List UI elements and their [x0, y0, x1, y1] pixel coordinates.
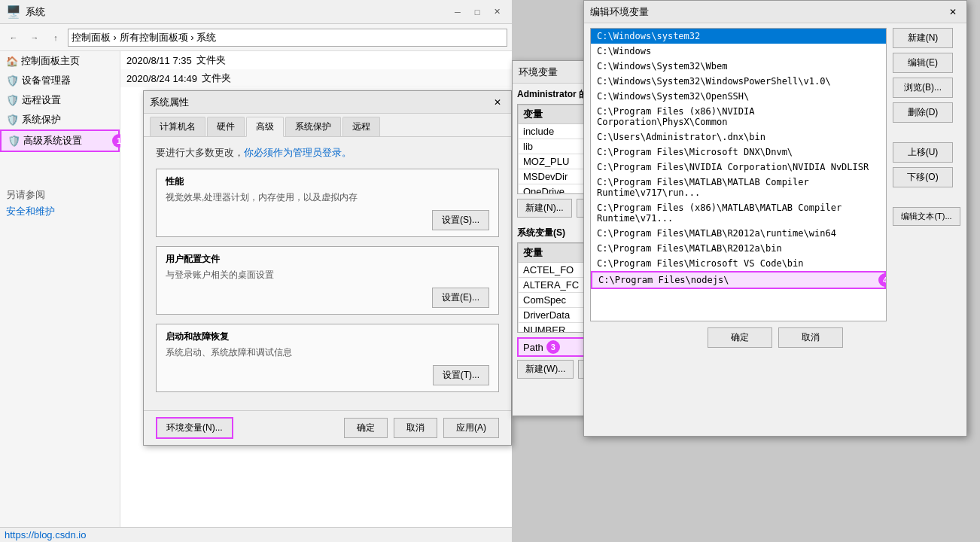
close-button[interactable]: ✕	[488, 3, 506, 21]
maximize-button[interactable]: □	[468, 3, 486, 21]
also-see-label: 另请参阅	[6, 188, 114, 202]
edit-env-delete-button[interactable]: 删除(D)	[893, 102, 953, 123]
sysprop-title: 系统属性	[150, 96, 189, 109]
edit-env-path-list[interactable]: C:\Windows\system32C:\WindowsC:\Windows\…	[590, 28, 887, 321]
edit-env-edit-text-button[interactable]: 编辑文本(T)...	[893, 207, 960, 226]
edit-env-action-buttons: 新建(N) 编辑(E) 浏览(B)... 删除(D) 上移(U) 下移(O) 编…	[893, 28, 960, 321]
edit-env-body: C:\Windows\system32C:\WindowsC:\Windows\…	[584, 23, 966, 321]
sysprop-content: 要进行大多数更改，你必须作为管理员登录。 性能 视觉效果,处理器计划，内存使用，…	[144, 137, 511, 410]
path-list-item[interactable]: C:\Windows\System32\OpenSSH\	[591, 89, 886, 104]
userprofile-title: 用户配置文件	[166, 253, 489, 266]
tab-system-protection[interactable]: 系统保护	[285, 117, 341, 136]
path-list-item[interactable]: C:\Users\Administrator\.dnx\bin	[591, 129, 886, 145]
badge-3: 3	[546, 340, 560, 354]
edit-env-edit-button[interactable]: 编辑(E)	[893, 53, 953, 73]
sysprop-ok-button[interactable]: 确定	[344, 418, 388, 438]
sidebar-item-remote-settings[interactable]: 🛡️ 远程设置	[0, 90, 120, 110]
sysprop-titlebar: 系统属性 ✕	[144, 91, 511, 114]
startup-settings-button[interactable]: 设置(T)...	[433, 365, 489, 385]
perf-settings-button[interactable]: 设置(S)...	[432, 210, 489, 230]
sys-var-name: ACTEL_FO	[519, 263, 584, 278]
path-list-item[interactable]: C:\Program Files\NVIDIA Corporation\NVID…	[591, 160, 886, 175]
edit-env-move-down-button[interactable]: 下移(O)	[893, 167, 953, 187]
startup-title: 启动和故障恢复	[166, 330, 489, 343]
forward-button[interactable]: →	[26, 29, 44, 47]
warn-link[interactable]: 你必须作为管理员登录。	[244, 147, 352, 158]
env-variables-button[interactable]: 环境变量(N)...	[156, 417, 233, 439]
warn-text: 要进行大多数更改，你必须作为管理员登录。	[156, 146, 499, 160]
path-list-item[interactable]: C:\Program Files\MATLAB\MATLAB Compiler …	[591, 175, 886, 200]
edit-env-footer: 确定 取消	[584, 321, 966, 354]
home-icon: 🏠	[6, 56, 18, 67]
up-button[interactable]: ↑	[47, 29, 65, 47]
user-profile-section: 用户配置文件 与登录账户相关的桌面设置 设置(E)...	[156, 246, 499, 315]
tab-advanced[interactable]: 高级	[246, 117, 284, 137]
perf-title: 性能	[166, 175, 489, 188]
sysprop-close-button[interactable]: ✕	[490, 95, 505, 110]
startup-section: 启动和故障恢复 系统启动、系统故障和调试信息 设置(T)...	[156, 324, 499, 392]
edit-env-titlebar: 编辑环境变量 ✕	[584, 1, 966, 23]
sys-var-col-name: 变量	[519, 244, 584, 263]
edit-env-browse-button[interactable]: 浏览(B)...	[893, 78, 953, 98]
file-type-2: 文件夹	[202, 72, 231, 85]
sidebar-label-advanced: 高级系统设置	[23, 134, 82, 148]
breadcrumb-text: 控制面板 › 所有控制面板项 › 系统	[72, 31, 216, 44]
shield-icon-3: 🛡️	[6, 114, 19, 126]
edit-env-ok-button[interactable]: 确定	[708, 327, 772, 348]
sys-var-name: DriverData	[519, 308, 584, 323]
security-link[interactable]: 安全和维护	[6, 205, 114, 218]
shield-icon-4: 🛡️	[8, 135, 20, 147]
breadcrumb[interactable]: 控制面板 › 所有控制面板项 › 系统	[68, 29, 507, 47]
path-list-item[interactable]: C:\Program Files (x86)\NVIDIA Corporatio…	[591, 104, 886, 129]
edit-env-title: 编辑环境变量	[590, 5, 649, 19]
sidebar-item-system-protection[interactable]: 🛡️ 系统保护	[0, 110, 120, 129]
sysprop-apply-button[interactable]: 应用(A)	[443, 418, 499, 438]
sidebar-label-home: 控制面板主页	[21, 54, 80, 68]
path-label: Path	[523, 342, 543, 353]
tab-remote[interactable]: 远程	[342, 117, 380, 136]
perf-desc: 视觉效果,处理器计划，内存使用，以及虚拟内存	[166, 191, 489, 204]
file-date-2: 2020/8/24 14:49	[126, 73, 197, 84]
path-list-item[interactable]: C:\Program Files\nodejs\4	[591, 271, 886, 289]
sidebar-item-advanced-settings[interactable]: 🛡️ 高级系统设置 1	[0, 129, 120, 152]
explorer-title: 系统	[26, 5, 45, 19]
sidebar-item-control-panel-home[interactable]: 🏠 控制面板主页	[0, 51, 120, 71]
userprofile-desc: 与登录账户相关的桌面设置	[166, 269, 489, 282]
left-panel: 🏠 控制面板主页 🛡️ 设备管理器 🛡️ 远程设置 🛡️ 系统保护 🛡️ 高级系…	[0, 51, 120, 542]
user-new-button[interactable]: 新建(N)...	[517, 199, 572, 218]
sysprop-tabs: 计算机名 硬件 高级 系统保护 远程	[144, 114, 511, 137]
file-date-1: 2020/8/11 7:35	[126, 55, 192, 66]
path-list-item[interactable]: C:\Windows\System32\WindowsPowerShell\v1…	[591, 74, 886, 89]
sidebar-label-device: 设备管理器	[22, 74, 71, 87]
navigation-bar: ← → ↑ 控制面板 › 所有控制面板项 › 系统	[0, 24, 512, 51]
explorer-titlebar: 🖥️ 系统 ─ □ ✕	[0, 0, 512, 24]
sidebar-label-remote: 远程设置	[22, 93, 61, 107]
tab-hardware[interactable]: 硬件	[207, 117, 245, 136]
path-list-item[interactable]: C:\Windows\system32	[591, 29, 886, 44]
path-list-item[interactable]: C:\Windows	[591, 44, 886, 59]
minimize-button[interactable]: ─	[449, 3, 467, 21]
file-row-2[interactable]: 2020/8/24 14:49 文件夹	[120, 69, 512, 87]
edit-env-new-button[interactable]: 新建(N)	[893, 28, 953, 48]
edit-env-cancel-button[interactable]: 取消	[778, 327, 843, 348]
back-button[interactable]: ←	[5, 29, 23, 47]
path-list-item[interactable]: C:\Program Files\Microsoft VS Code\bin	[591, 256, 886, 271]
sys-var-name: ALTERA_FC	[519, 278, 584, 293]
path-list-item[interactable]: C:\Windows\System32\Wbem	[591, 59, 886, 74]
edit-env-move-up-button[interactable]: 上移(U)	[893, 142, 953, 163]
path-list-item[interactable]: C:\Program Files\MATLAB\R2012a\runtime\w…	[591, 226, 886, 241]
path-list-item[interactable]: C:\Program Files (x86)\MATLAB\MATLAB Com…	[591, 200, 886, 226]
file-row-1[interactable]: 2020/8/11 7:35 文件夹	[120, 51, 512, 69]
sys-new-button[interactable]: 新建(W)...	[517, 360, 574, 379]
file-type-1: 文件夹	[196, 53, 226, 67]
warn-text-main: 要进行大多数更改，	[156, 147, 244, 158]
sysprop-cancel-button[interactable]: 取消	[394, 418, 437, 438]
badge-4: 4	[878, 273, 887, 287]
path-list-item[interactable]: C:\Program Files\MATLAB\R2012a\bin	[591, 241, 886, 256]
userprofile-settings-button[interactable]: 设置(E)...	[432, 288, 489, 308]
url-text: https://blog.csdn.io	[5, 529, 86, 540]
tab-computer-name[interactable]: 计算机名	[150, 117, 205, 136]
path-list-item[interactable]: C:\Program Files\Microsoft DNX\Dnvm\	[591, 145, 886, 160]
edit-env-close-button[interactable]: ✕	[945, 5, 960, 20]
sidebar-item-device-manager[interactable]: 🛡️ 设备管理器	[0, 71, 120, 90]
